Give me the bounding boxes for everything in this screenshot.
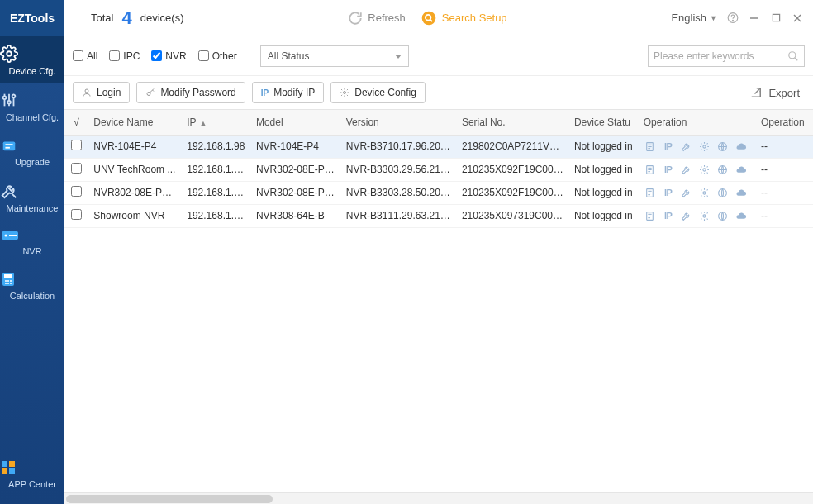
ip-text-icon[interactable]: IP <box>662 186 675 199</box>
col-operation2[interactable]: Operation <box>756 110 813 135</box>
wrench-icon[interactable] <box>680 163 693 176</box>
filter-all[interactable]: All <box>73 50 97 62</box>
search-input[interactable] <box>654 50 787 62</box>
row-checkbox[interactable] <box>71 163 82 174</box>
svg-point-5 <box>7 101 11 104</box>
export-button[interactable]: Export <box>749 85 805 100</box>
search-setup-button[interactable]: Search Setup <box>421 10 507 26</box>
cell-version: NVR-B3710.17.96.2011... <box>341 135 457 158</box>
svg-point-6 <box>12 95 16 98</box>
language-select[interactable]: English ▼ <box>671 12 717 24</box>
nav-label: Channel Cfg. <box>6 112 59 122</box>
status-select[interactable]: All Status <box>260 45 409 67</box>
ip-text-icon[interactable]: IP <box>662 140 675 153</box>
cell-operation: IP <box>639 181 756 204</box>
user-icon <box>82 88 92 97</box>
action-bar: Login Modify Password IP Modify IP Devic… <box>64 76 813 109</box>
doc-icon[interactable] <box>644 186 657 199</box>
modify-password-button[interactable]: Modify Password <box>136 82 245 103</box>
browser-icon[interactable] <box>716 186 730 199</box>
cell-ip: 192.168.1.252 <box>182 204 251 227</box>
search-icon[interactable] <box>787 50 799 62</box>
filter-ipc[interactable]: IPC <box>109 50 140 62</box>
svg-point-18 <box>10 280 12 282</box>
nav-calculation[interactable]: Calculation <box>0 263 64 307</box>
cloud-icon[interactable] <box>735 209 748 222</box>
nav-nvr[interactable]: NVR <box>0 220 64 263</box>
nav-device-cfg[interactable]: Device Cfg. <box>0 36 64 83</box>
svg-rect-24 <box>2 468 7 474</box>
filter-other[interactable]: Other <box>198 50 237 62</box>
browser-icon[interactable] <box>716 209 730 222</box>
ip-text-icon[interactable]: IP <box>662 163 675 176</box>
nav-channel-cfg[interactable]: Channel Cfg. <box>0 83 64 129</box>
col-operation[interactable]: Operation <box>639 110 756 135</box>
svg-point-4 <box>3 96 7 99</box>
nav-upgrade[interactable]: Upgrade <box>0 129 64 174</box>
nav-maintenance[interactable]: Maintenance <box>0 174 64 220</box>
col-check[interactable]: √ <box>64 110 88 135</box>
table-row[interactable]: NVR-104E-P4192.168.1.98NVR-104E-P4NVR-B3… <box>64 135 813 158</box>
doc-icon[interactable] <box>644 140 657 153</box>
row-checkbox[interactable] <box>71 186 82 197</box>
modify-ip-button[interactable]: IP Modify IP <box>252 82 324 103</box>
browser-icon[interactable] <box>716 140 730 153</box>
cell-name: UNV TechRoom ... <box>88 158 182 181</box>
gear-icon[interactable] <box>698 186 711 199</box>
login-button[interactable]: Login <box>73 82 130 103</box>
cell-version: NVR-B3303.28.50.2011... <box>341 181 457 204</box>
sliders-icon <box>0 91 64 109</box>
device-config-button[interactable]: Device Config <box>330 82 426 103</box>
ip-text-icon[interactable]: IP <box>662 209 675 222</box>
gear-icon[interactable] <box>698 163 711 176</box>
search-box[interactable] <box>648 45 805 67</box>
refresh-icon <box>348 11 363 26</box>
help-icon[interactable] <box>727 12 739 24</box>
col-ip[interactable]: IP▲ <box>182 110 251 135</box>
gear-icon[interactable] <box>698 209 711 222</box>
device-table: √ Device Name IP▲ Model Version Serial N… <box>64 110 813 228</box>
col-version[interactable]: Version <box>341 110 457 135</box>
col-serial[interactable]: Serial No. <box>457 110 569 135</box>
col-model[interactable]: Model <box>251 110 341 135</box>
table-row[interactable]: UNV TechRoom ...192.168.1.107NVR302-08E-… <box>64 158 813 181</box>
device-table-wrap: √ Device Name IP▲ Model Version Serial N… <box>64 109 813 492</box>
horizontal-scrollbar[interactable] <box>64 492 813 504</box>
cell-serial: 219802C0AP7211V00... <box>457 135 569 158</box>
refresh-button[interactable]: Refresh <box>348 11 406 26</box>
cell-model: NVR302-08E-P8-B <box>251 181 341 204</box>
cloud-icon[interactable] <box>735 163 748 176</box>
row-checkbox[interactable] <box>71 140 82 150</box>
row-checkbox[interactable] <box>71 209 82 220</box>
cloud-icon[interactable] <box>735 140 748 153</box>
close-button[interactable] <box>792 12 803 24</box>
col-device-status[interactable]: Device Statu <box>569 110 639 135</box>
cell-model: NVR-104E-P4 <box>251 135 341 158</box>
scrollbar-thumb[interactable] <box>66 495 273 503</box>
svg-point-63 <box>703 214 706 216</box>
doc-icon[interactable] <box>644 209 657 222</box>
cell-version: NVR-B3111.29.63.2106... <box>341 204 457 227</box>
doc-icon[interactable] <box>644 163 657 176</box>
minimize-button[interactable] <box>749 12 760 24</box>
total-label: Total <box>91 12 113 24</box>
wrench-icon[interactable] <box>680 140 693 153</box>
export-icon <box>749 85 763 100</box>
svg-rect-32 <box>773 14 779 21</box>
filter-nvr[interactable]: NVR <box>151 50 186 62</box>
nav-app-center[interactable]: APP Center <box>0 451 64 504</box>
table-row[interactable]: NVR302-08E-P8-B192.168.1.185NVR302-08E-P… <box>64 181 813 204</box>
cloud-icon[interactable] <box>735 186 748 199</box>
cell-operation2: -- <box>756 158 813 181</box>
col-device-name[interactable]: Device Name <box>88 110 182 135</box>
tools-icon <box>0 182 64 200</box>
svg-rect-23 <box>9 461 15 467</box>
wrench-icon[interactable] <box>680 186 693 199</box>
gear-icon[interactable] <box>698 140 711 153</box>
nav-label: APP Center <box>8 479 56 489</box>
wrench-icon[interactable] <box>680 209 693 222</box>
table-row[interactable]: Showroom NVR192.168.1.252NVR308-64E-BNVR… <box>64 204 813 227</box>
cell-operation2: -- <box>756 181 813 204</box>
maximize-button[interactable] <box>770 12 782 24</box>
browser-icon[interactable] <box>716 163 730 176</box>
